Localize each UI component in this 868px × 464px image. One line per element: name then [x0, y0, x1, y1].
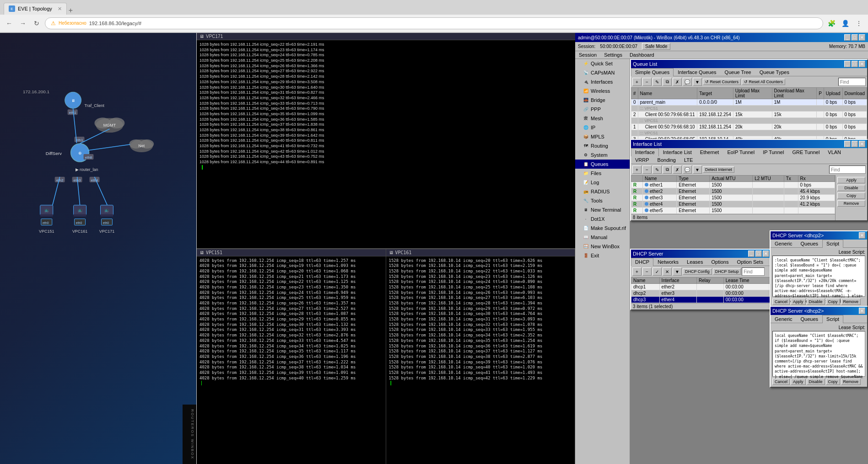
queue-disable-btn[interactable]: ✗ [673, 78, 682, 86]
winbox-close[interactable]: ✕ [859, 34, 865, 41]
iface-filter-btn[interactable]: ▼ [693, 165, 702, 174]
s2-tab-script[interactable]: Script [822, 315, 843, 323]
profile-button[interactable]: 👤 [840, 18, 851, 29]
iface-add-btn[interactable]: + [632, 165, 642, 174]
iface-tab-gre[interactable]: GRE Tunnel [788, 148, 824, 156]
queue-row-2[interactable]: 2 Client 00:50:79:66:68:11 192.168.12.25… [631, 112, 867, 118]
sidebar-item-tools[interactable]: 🔧Tools [575, 196, 630, 205]
queue-edit-btn[interactable]: ✎ [652, 78, 662, 86]
iface-find-input[interactable] [829, 165, 866, 174]
s2-remove-btn[interactable]: Remove [841, 379, 861, 385]
s1-tab-script[interactable]: Script [822, 240, 843, 248]
dhcp-s2-close[interactable]: ✕ [859, 308, 865, 314]
sidebar-item-system[interactable]: ⚙System [575, 150, 630, 160]
s1-remove-btn[interactable]: Remove [841, 299, 861, 305]
menu-settings[interactable]: Settings [600, 51, 626, 59]
sidebar-item-new-winbox[interactable]: 🪟New WinBox [575, 242, 630, 251]
sidebar-item-wireless[interactable]: 📶Wireless [575, 86, 630, 96]
forward-button[interactable]: → [17, 18, 28, 29]
s2-tab-queues[interactable]: Queues [797, 315, 823, 323]
sidebar-item-interfaces[interactable]: 🔌Interfaces [575, 77, 630, 86]
sidebar-item-log[interactable]: 📝Log [575, 178, 630, 187]
dhcp-row-0[interactable]: dhcp1 ether2 00:03:00 [631, 284, 771, 290]
dhcp-tab-leases[interactable]: Leases [683, 258, 707, 266]
dhcp-row-1[interactable]: dhcp2 ether3 00:03:00 [631, 290, 771, 297]
dhcp-copy2-btn[interactable]: ✕ [663, 267, 672, 276]
iface-remove-btn[interactable]: − [642, 165, 652, 174]
dhcp-remove-btn[interactable]: − [642, 267, 652, 276]
vpc161-body[interactable]: 1528 bytes from 192.168.10.14 icmp_seq=2… [386, 256, 575, 463]
queue-row-1[interactable]: ::: VPCS1 [631, 106, 867, 112]
back-button[interactable]: ← [4, 18, 15, 29]
iface-row-4[interactable]: R ether5 Ethernet 1500 [631, 208, 835, 214]
iface-tab-lte[interactable]: LTE [680, 156, 697, 164]
dhcp-find-input[interactable] [742, 267, 765, 276]
sidebar-item-new-terminal[interactable]: 🖥New Terminal [575, 205, 630, 214]
dhcp-close[interactable]: ✕ [763, 251, 769, 257]
tab-simple-queues[interactable]: Simple Queues [631, 68, 674, 76]
iface-row-3[interactable]: R ether4 Ethernet 1500 41.2 kbps [631, 201, 835, 208]
dhcp-row-2[interactable]: dhcp3 ether4 00:03:00 [631, 297, 771, 303]
sidebar-item-mpls[interactable]: 📦MPLS [575, 132, 630, 141]
dhcp-config-btn[interactable]: DHCP Config [683, 268, 712, 275]
sidebar-item-capsman[interactable]: 📡CAPsMAN [575, 68, 630, 77]
s1-tab-generic[interactable]: Generic [771, 240, 797, 247]
browser-tab-eve[interactable]: E EVE | Topology ✕ [4, 3, 67, 15]
iface-disable-btn[interactable]: ✗ [673, 165, 682, 174]
s1-copy-btn[interactable]: Copy [826, 299, 840, 305]
iface-row-2[interactable]: R ether3 Ethernet 1500 20.9 kbps [631, 195, 835, 201]
winbox-minimize[interactable]: _ [844, 34, 851, 41]
s2-cancel-btn[interactable]: Cancel [772, 379, 790, 385]
iface-tab-vrrp[interactable]: VRRP [631, 156, 653, 164]
s1-cancel-btn[interactable]: Cancel [772, 299, 790, 305]
reload-button[interactable]: ↻ [31, 18, 42, 29]
queue-row-5[interactable]: ::: VPCS1 [631, 130, 867, 136]
queue-remove-btn[interactable]: − [642, 78, 652, 86]
safe-mode-button[interactable]: Safe Mode [642, 43, 670, 50]
dhcp-s1-close[interactable]: ✕ [859, 232, 865, 239]
queue-filter-btn[interactable]: ▼ [693, 78, 702, 86]
s2-copy-btn[interactable]: Copy [826, 379, 840, 385]
sidebar-item-queues[interactable]: 📋Queues [575, 160, 630, 169]
sidebar-item-dot1x[interactable]: ·Dot1X [575, 214, 630, 224]
iface-tab-bonding[interactable]: Bonding [653, 156, 680, 164]
iface-row-0[interactable]: R ether1 Ethernet 1500 0 bps [631, 182, 835, 188]
sidebar-item-exit[interactable]: 🚪Exit [575, 251, 630, 260]
tab-queue-types[interactable]: Queue Types [755, 68, 793, 76]
iface-tab-list[interactable]: Interface List [659, 148, 696, 156]
dhcp-tab-optsets[interactable]: Option Sets [733, 258, 767, 266]
iface-tab-iptunnel[interactable]: IP Tunnel [759, 148, 788, 156]
dhcp-tab-dhcp[interactable]: DHCP [631, 258, 653, 266]
queue-row-0[interactable]: 0 parent_main 0.0.0.0/0 1M 1M 0 bps 0 bp… [631, 99, 867, 106]
vpc151-body[interactable]: 4028 bytes from 192.168.12.254 icmp_seq=… [197, 256, 386, 463]
vpc171-body[interactable]: 1028 bytes from 192.168.11.254 icmp_seq=… [197, 40, 575, 246]
queue-minimize[interactable]: _ [844, 61, 851, 67]
dhcp-check-btn[interactable]: ✓ [652, 267, 662, 276]
iface-close[interactable]: ✕ [859, 141, 865, 147]
sidebar-item-ip[interactable]: 🌐IP [575, 123, 630, 132]
dhcp-minimize[interactable]: _ [748, 251, 755, 257]
tab-interface-queues[interactable]: Interface Queues [674, 68, 720, 76]
sidebar-item-mesh[interactable]: 🕸Mesh [575, 114, 630, 123]
menu-session[interactable]: Session [575, 51, 600, 59]
iface-edit-btn[interactable]: ✎ [652, 165, 662, 174]
menu-dashboard[interactable]: Dashboard [626, 51, 658, 59]
queue-add-btn[interactable]: + [632, 78, 642, 86]
iface-row-1[interactable]: R ether2 Ethernet 1500 45.4 kbps [631, 188, 835, 195]
tab-close-icon[interactable]: ✕ [58, 6, 62, 12]
queue-comment-btn[interactable]: 💬 [683, 78, 692, 86]
iface-apply-btn[interactable]: Apply [837, 177, 865, 183]
detect-internet-btn[interactable]: Detect Internet [703, 166, 734, 173]
dhcp-maximize[interactable]: □ [755, 251, 762, 257]
sidebar-item-quick-set[interactable]: ⚡Quick Set [575, 59, 630, 68]
s1-disable-btn[interactable]: Disable [807, 299, 825, 305]
sidebar-item-radius[interactable]: 📻RADIUS [575, 187, 630, 196]
dhcp-tab-options[interactable]: Options [707, 258, 733, 266]
new-tab-button[interactable]: + [69, 6, 73, 15]
iface-remove-action-btn[interactable]: Remove [837, 200, 865, 207]
dhcp-setup-btn[interactable]: DHCP Setup [713, 268, 741, 275]
iface-tab-ethernet[interactable]: Ethernet [696, 148, 723, 156]
address-bar[interactable]: ⚠ Небезопасно 192.168.86.30/legacy/# [45, 17, 823, 29]
queue-find-input[interactable] [838, 78, 866, 86]
s1-apply-btn[interactable]: Apply [791, 299, 806, 305]
